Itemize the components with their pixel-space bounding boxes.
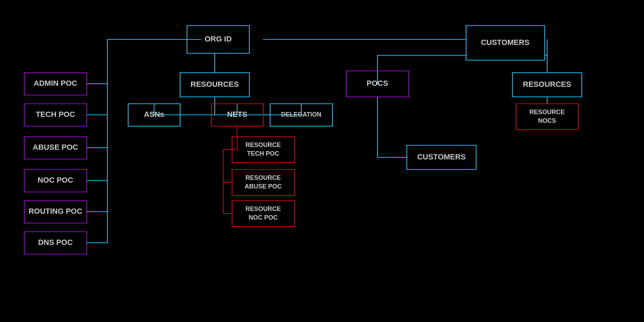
resource-noc-poc-label: RESOURCE bbox=[245, 205, 281, 212]
org-id-label: ORG ID bbox=[205, 35, 232, 43]
resource-abuse-poc-label: RESOURCE bbox=[245, 174, 281, 181]
resources-right-label: RESOURCES bbox=[523, 80, 571, 89]
pocs-label: POCS bbox=[367, 79, 388, 88]
customers-top-label: CUSTOMERS bbox=[481, 38, 529, 47]
dns-poc-label: DNS POC bbox=[38, 238, 73, 247]
diagram: ORG ID CUSTOMERS RESOURCES POCS RESOURCE… bbox=[0, 0, 644, 322]
tech-poc-label: TECH POC bbox=[36, 110, 75, 119]
resource-abuse-poc-node bbox=[232, 169, 294, 195]
abuse-poc-label: ABUSE POC bbox=[33, 143, 78, 151]
resource-nocs-label2: NOCS bbox=[538, 117, 556, 124]
nets-label: NETS bbox=[227, 110, 248, 119]
resource-tech-poc-label2: TECH POC bbox=[247, 150, 279, 157]
noc-poc-label: NOC POC bbox=[38, 176, 73, 184]
resource-nocs-label: RESOURCE bbox=[529, 109, 565, 116]
resource-abuse-poc-label2: ABUSE POC bbox=[244, 183, 281, 190]
resource-noc-poc-label2: NOC POC bbox=[249, 214, 278, 221]
customers-sub-label: CUSTOMERS bbox=[417, 153, 466, 161]
resource-tech-poc-label: RESOURCE bbox=[245, 141, 281, 148]
resource-tech-poc-node bbox=[232, 137, 294, 163]
resources-main-label: RESOURCES bbox=[190, 80, 239, 89]
admin-poc-label: ADMIN POC bbox=[34, 79, 77, 88]
routing-poc-label: ROUTING POC bbox=[28, 207, 82, 215]
resource-noc-poc-node bbox=[232, 201, 294, 227]
asns-label: ASNs bbox=[144, 110, 164, 119]
delegation-label: DELEGATION bbox=[281, 111, 322, 118]
resource-nocs-node bbox=[516, 104, 578, 130]
